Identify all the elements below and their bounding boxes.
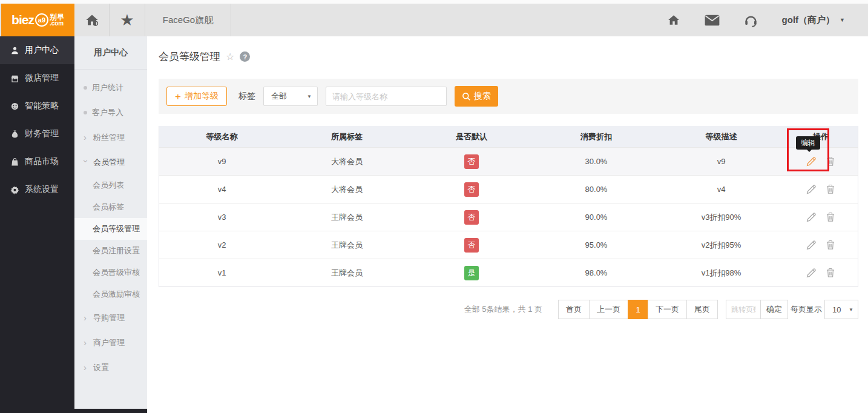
cell-level-name: v1 [159, 268, 284, 277]
edit-tooltip: 编辑 [796, 136, 820, 150]
favorites-tab-button[interactable]: ★ [110, 4, 145, 36]
level-name-search-input[interactable] [326, 87, 447, 106]
per-page-select[interactable]: 10 ▼ [824, 300, 858, 319]
subnav-guide-management[interactable]: › 导购管理 [74, 305, 147, 330]
member-level-table: 等级名称 所属标签 是否默认 消费折扣 等级描述 操作 v9 大将会员 否 30… [159, 126, 858, 287]
subnav-member-management[interactable]: › 会员管理 [74, 150, 147, 174]
delete-trash-icon[interactable] [825, 267, 836, 279]
edit-pencil-icon[interactable] [806, 156, 817, 167]
home-icon [85, 13, 99, 27]
user-menu[interactable]: golf（商户） ▼ [782, 15, 845, 26]
cell-description: v9 [659, 157, 784, 166]
subnav-user-stats[interactable]: 用户统计 [74, 75, 147, 100]
home-tab-button[interactable] [74, 4, 110, 36]
sidebar-item-finance[interactable]: 财务管理 [0, 120, 74, 148]
subnav-member-incentive-review[interactable]: 会员激励审核 [74, 283, 147, 305]
subnav-member-list[interactable]: 会员列表 [74, 174, 147, 196]
subnav-member-promotion-review[interactable]: 会员晋级审核 [74, 262, 147, 283]
col-actions: 操作 [784, 131, 858, 142]
cell-tag: 王牌会员 [284, 212, 409, 223]
sidebar-bottom-strip [0, 409, 148, 413]
cell-discount: 98.0% [534, 268, 659, 277]
user-name: golf（商户） [782, 15, 835, 26]
home-icon-right[interactable] [667, 13, 680, 27]
delete-trash-icon[interactable] [825, 156, 836, 167]
table-header-row: 等级名称 所属标签 是否默认 消费折扣 等级描述 操作 [159, 126, 858, 147]
chevron-right-icon: › [84, 312, 88, 323]
cell-discount: 90.0% [534, 213, 659, 222]
caret-down-icon: ▼ [849, 307, 853, 312]
subnav-member-level-management[interactable]: 会员等级管理 [74, 218, 147, 240]
dot-icon [84, 111, 87, 114]
cell-level-name: v9 [159, 157, 284, 166]
logo-badge: a9 [35, 13, 48, 27]
default-badge: 否 [464, 182, 479, 197]
secondary-sidebar: 用户中心 用户统计 客户导入 › 粉丝管理 › 会员管理 会员列表 会员标签 会… [74, 36, 147, 409]
table-row: v2 王牌会员 否 95.0% v2折扣95% [159, 231, 858, 259]
table-row: v4 大将会员 否 80.0% v4 [159, 175, 858, 203]
subnav-fans-management[interactable]: › 粉丝管理 [74, 125, 147, 150]
cell-tag: 大将会员 [284, 184, 409, 195]
money-bag-icon [10, 130, 19, 139]
favorite-star-icon[interactable]: ☆ [226, 51, 234, 62]
subnav-merchant-management[interactable]: › 商户管理 [74, 330, 147, 355]
chevron-down-icon: ▼ [840, 17, 845, 23]
sidebar-item-system-settings[interactable]: 系统设置 [0, 176, 74, 203]
col-tag: 所属标签 [284, 131, 409, 142]
primary-sidebar: 用户中心 微店管理 智能策略 财务管理 商品市场 系统设置 [0, 36, 74, 413]
default-badge: 否 [464, 154, 479, 169]
brand-logo[interactable]: biez a9 别早 .com [1, 4, 74, 36]
chevron-right-icon: › [84, 362, 88, 372]
default-badge: 否 [464, 238, 479, 253]
sidebar-item-user-center[interactable]: 用户中心 [0, 36, 74, 64]
chevron-right-icon: › [84, 132, 88, 142]
shopping-bag-icon [10, 157, 19, 167]
edit-pencil-icon[interactable] [806, 267, 817, 279]
subnav-member-register-settings[interactable]: 会员注册设置 [74, 240, 147, 262]
help-icon[interactable]: ? [240, 51, 250, 62]
sidebar-item-smart-strategy[interactable]: 智能策略 [0, 92, 74, 120]
cell-description: v1折扣98% [659, 268, 784, 279]
sidebar-item-goods-market[interactable]: 商品市场 [0, 148, 74, 176]
cell-tag: 大将会员 [284, 156, 409, 167]
last-page-button[interactable]: 尾页 [686, 300, 718, 319]
first-page-button[interactable]: 首页 [558, 300, 590, 319]
cell-description: v3折扣90% [659, 212, 784, 223]
edit-pencil-icon[interactable] [806, 239, 817, 251]
search-button[interactable]: 搜索 [455, 86, 498, 107]
subnav-customer-import[interactable]: 客户导入 [74, 100, 147, 125]
default-badge: 是 [464, 266, 479, 280]
jump-page-input[interactable] [726, 300, 761, 319]
edit-pencil-icon[interactable] [806, 183, 817, 195]
user-icon [10, 46, 19, 55]
delete-trash-icon[interactable] [825, 239, 836, 251]
logo-com: .com [50, 21, 64, 27]
delete-trash-icon[interactable] [825, 211, 836, 223]
subnav-member-tags[interactable]: 会员标签 [74, 196, 147, 218]
cell-discount: 80.0% [534, 185, 659, 194]
prev-page-button[interactable]: 上一页 [589, 300, 628, 319]
tab-facego[interactable]: FaceGo旗舰 [145, 4, 231, 36]
next-page-button[interactable]: 下一页 [648, 300, 687, 319]
tag-select[interactable]: 全部 ▼ [263, 87, 318, 106]
cell-description: v4 [659, 185, 784, 194]
cell-level-name: v2 [159, 240, 284, 249]
edit-pencil-icon[interactable] [806, 211, 817, 223]
support-headset-icon[interactable] [744, 13, 758, 27]
per-page-label: 每页显示 [791, 304, 822, 315]
default-badge: 否 [464, 210, 479, 225]
subnav-settings[interactable]: › 设置 [74, 355, 147, 380]
sidebar-item-micro-store[interactable]: 微店管理 [0, 64, 74, 92]
add-level-button[interactable]: + 增加等级 [166, 87, 227, 106]
cell-discount: 30.0% [534, 157, 659, 166]
per-page-value: 10 [832, 305, 841, 314]
plus-icon: + [175, 91, 181, 102]
table-row: v1 王牌会员 是 98.0% v1折扣98% [159, 259, 858, 286]
page-number-button[interactable]: 1 [628, 300, 648, 319]
dot-icon [84, 86, 87, 90]
star-icon: ★ [120, 11, 134, 30]
delete-trash-icon[interactable] [825, 183, 836, 195]
confirm-jump-button[interactable]: 确定 [760, 300, 788, 319]
logo-text: biez [12, 13, 34, 27]
mail-icon[interactable] [705, 15, 720, 26]
